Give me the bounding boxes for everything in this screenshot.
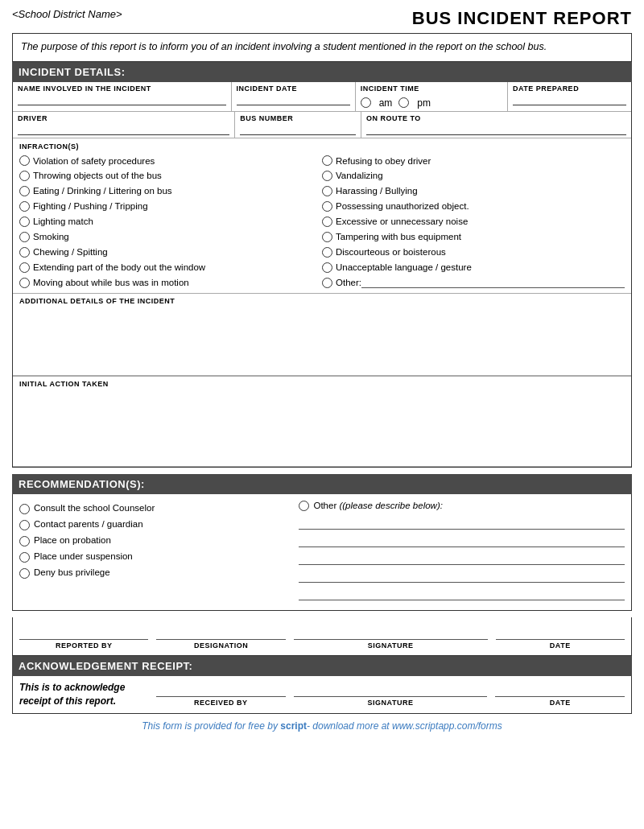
ack-received-by-field: RECEIVED BY [156,683,286,707]
infraction-left-radio-5[interactable] [19,232,30,242]
rec-radio-1[interactable] [19,520,30,530]
bus-number-value[interactable] [240,124,356,135]
incident-date-label: INCIDENT DATE [237,85,350,93]
rec-other-header: Other ((please describe below): [299,501,625,511]
infraction-right-radio-6[interactable] [322,247,332,258]
infraction-right-radio-2[interactable] [322,186,332,196]
rec-line-2[interactable] [299,533,625,547]
infraction-left-radio-1[interactable] [19,171,30,181]
on-route-value[interactable] [366,124,626,135]
designation-field: DESIGNATION [156,625,285,650]
designation-label: DESIGNATION [156,641,285,650]
name-value[interactable] [18,94,226,105]
infraction-right-radio-8[interactable] [322,278,332,288]
date-prepared-label: DATE PREPARED [513,85,626,93]
ack-text-col: This is to acknowledge receipt of this r… [19,681,148,708]
infraction-right-3[interactable]: Possessing unauthorized object. [322,199,625,214]
footer-brand: script [280,720,307,732]
infraction-left-7[interactable]: Extending part of the body out the windo… [19,260,322,275]
rec-line-4[interactable] [299,568,625,583]
infraction-right-text-8: Other: [336,277,361,289]
rec-item-3[interactable]: Place under suspension [19,549,291,565]
infraction-right-7[interactable]: Unacceptable language / gesture [322,260,625,275]
signature-label: SIGNATURE [294,641,488,650]
reported-by-line[interactable] [19,625,148,640]
rec-item-2[interactable]: Place on probation [19,533,291,549]
rec-item-4[interactable]: Deny bus privilege [19,565,291,581]
recommendations-header: RECOMMENDATION(S): [12,474,632,494]
infraction-left-3[interactable]: Fighting / Pushing / Tripping [19,199,322,214]
infraction-left-2[interactable]: Eating / Drinking / Littering on bus [19,184,322,199]
infraction-left-6[interactable]: Chewing / Spitting [19,245,322,260]
infraction-left-8[interactable]: Moving about while bus was in motion [19,275,322,291]
pm-radio[interactable] [398,97,409,108]
ack-received-by-line[interactable] [156,683,286,697]
am-radio[interactable] [361,97,371,108]
infraction-left-5[interactable]: Smoking [19,229,322,245]
infraction-right-radio-4[interactable] [322,217,332,227]
ack-signature-line[interactable] [294,683,488,697]
rec-radio-4[interactable] [19,568,30,579]
additional-details-area[interactable] [19,307,625,372]
signature-line[interactable] [294,625,488,640]
infraction-left-radio-7[interactable] [19,262,30,273]
infraction-left-radio-6[interactable] [19,247,30,258]
ack-received-by-label: RECEIVED BY [156,699,286,707]
infraction-right-radio-1[interactable] [322,171,332,181]
infraction-left-1[interactable]: Throwing objects out of the bus [19,168,322,184]
infraction-right-8[interactable]: Other: [322,275,625,291]
rec-item-1[interactable]: Contact parents / guardian [19,517,291,533]
rec-line-3[interactable] [299,551,625,565]
rec-radio-3[interactable] [19,552,30,563]
ack-signature-label: SIGNATURE [294,699,488,707]
rec-line-5[interactable] [299,586,625,600]
infraction-right-2[interactable]: Harassing / Bullying [322,184,625,199]
designation-line[interactable] [156,625,285,640]
ack-date-line[interactable] [495,683,625,697]
rec-radio-0[interactable] [19,504,30,514]
infraction-right-0[interactable]: Refusing to obey driver [322,154,625,169]
rec-item-0[interactable]: Consult the school Counselor [19,501,291,517]
date-field: DATE [496,625,625,650]
infraction-right-radio-5[interactable] [322,232,332,242]
footer: This form is provided for free by script… [12,720,632,732]
initial-action-area[interactable] [19,390,625,463]
infraction-left-radio-0[interactable] [19,155,30,166]
rec-radio-2[interactable] [19,536,30,546]
infraction-right-text-6: Discourteous or boisterous [336,246,446,258]
date-line[interactable] [496,625,625,640]
infraction-left-text-2: Eating / Drinking / Littering on bus [33,185,172,197]
infraction-left-radio-2[interactable] [19,186,30,196]
acknowledgement-header: ACKNOWLEDGEMENT RECEIPT: [12,656,632,676]
intro-box: The purpose of this report is to inform … [12,33,632,62]
infraction-right-text-3: Possessing unauthorized object. [336,200,469,212]
infraction-left-radio-3[interactable] [19,201,30,212]
date-prepared-value[interactable] [513,94,626,105]
rec-line-1[interactable] [299,515,625,530]
additional-details-label: ADDITIONAL DETAILS OF THE INCIDENT [19,297,625,305]
rec-other-radio[interactable] [299,501,309,511]
driver-label: DRIVER [18,114,229,122]
infraction-left-4[interactable]: Lighting match [19,214,322,229]
infraction-right-text-5: Tampering with bus equipment [336,231,461,243]
infraction-right-radio-3[interactable] [322,201,332,212]
infraction-left-radio-8[interactable] [19,278,30,288]
infraction-left-0[interactable]: Violation of safety procedures [19,154,322,169]
rec-text-1: Contact parents / guardian [34,519,143,529]
infraction-right-6[interactable]: Discourteous or boisterous [322,245,625,260]
footer-before: This form is provided for free by [142,720,280,732]
infraction-right-1[interactable]: Vandalizing [322,168,625,184]
infraction-left-radio-4[interactable] [19,217,30,227]
signature-section: REPORTED BY DESIGNATION SIGNATURE DATE [12,617,632,656]
school-name: <School District Name> [12,8,122,20]
infractions-label: INFRACTION(S) [19,142,625,151]
infraction-right-4[interactable]: Excessive or unnecessary noise [322,214,625,229]
infraction-right-5[interactable]: Tampering with bus equipment [322,229,625,245]
incident-date-value[interactable] [237,94,350,105]
intro-text: The purpose of this report is to inform … [21,41,547,52]
infraction-right-radio-7[interactable] [322,262,332,273]
driver-value[interactable] [18,124,229,135]
am-label: am [379,97,393,109]
rec-other-italic: ((please describe below): [339,501,443,510]
infraction-right-radio-0[interactable] [322,155,332,166]
